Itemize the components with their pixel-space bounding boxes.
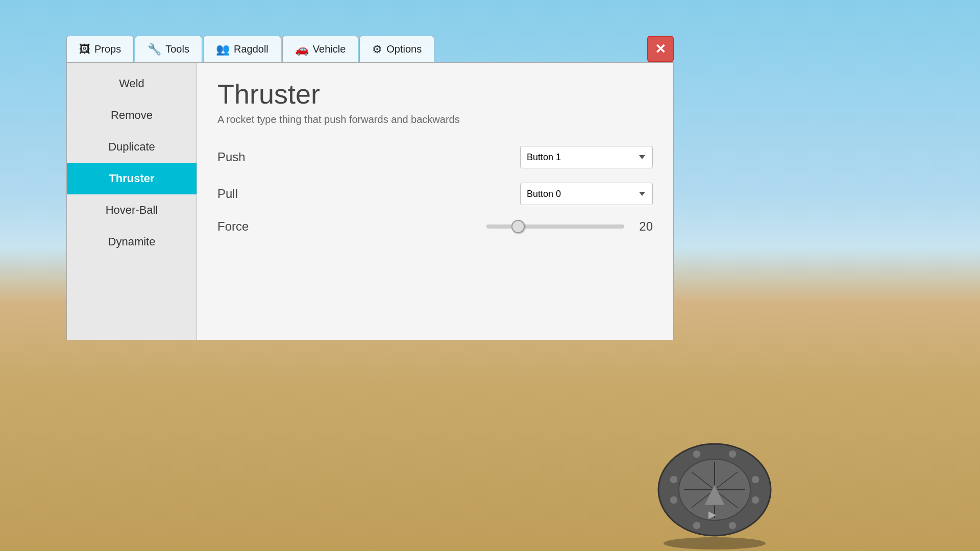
push-control-row: Push Button 0 Button 1 Button 2 Button 3… bbox=[217, 146, 653, 168]
tab-vehicle[interactable]: 🚗 Vehicle bbox=[282, 36, 359, 62]
tab-options[interactable]: ⚙ Options bbox=[359, 36, 434, 62]
tools-icon: 🔧 bbox=[148, 43, 161, 56]
svg-point-7 bbox=[751, 475, 760, 484]
svg-point-6 bbox=[670, 475, 678, 484]
push-dropdown[interactable]: Button 0 Button 1 Button 2 Button 3 Butt… bbox=[520, 146, 653, 168]
sidebar-item-duplicate[interactable]: Duplicate bbox=[67, 131, 197, 163]
content-area: Weld Remove Duplicate Thruster Hover-Bal… bbox=[66, 62, 674, 340]
pull-dropdown-container: Button 0 Button 1 Button 2 Button 3 Butt… bbox=[520, 183, 653, 205]
force-control-row: Force 20 bbox=[217, 219, 653, 234]
svg-text:▶: ▶ bbox=[708, 510, 717, 520]
props-icon: 🖼 bbox=[79, 43, 90, 56]
svg-point-11 bbox=[728, 450, 737, 458]
svg-point-9 bbox=[751, 496, 760, 504]
main-window: 🖼 Props 🔧 Tools 👥 Ragdoll 🚗 Vehicle ⚙ Op… bbox=[66, 36, 674, 357]
svg-point-13 bbox=[728, 521, 737, 530]
tab-vehicle-label: Vehicle bbox=[313, 43, 346, 55]
vehicle-icon: 🚗 bbox=[295, 43, 309, 56]
sidebar-item-weld[interactable]: Weld bbox=[67, 68, 197, 99]
push-label: Push bbox=[217, 150, 320, 164]
force-value: 20 bbox=[632, 219, 653, 234]
ragdoll-icon: 👥 bbox=[216, 43, 230, 56]
sidebar-item-thruster[interactable]: Thruster bbox=[67, 163, 197, 194]
tab-tools-label: Tools bbox=[165, 43, 189, 55]
force-slider[interactable] bbox=[486, 224, 624, 229]
sidebar-item-remove[interactable]: Remove bbox=[67, 99, 197, 131]
sidebar-item-dynamite[interactable]: Dynamite bbox=[67, 226, 197, 258]
tab-ragdoll[interactable]: 👥 Ragdoll bbox=[203, 36, 281, 62]
game-object: ▶ bbox=[618, 388, 812, 551]
sidebar: Weld Remove Duplicate Thruster Hover-Bal… bbox=[67, 63, 197, 340]
panel-description: A rocket type thing that push forwards a… bbox=[217, 114, 653, 126]
tab-props-label: Props bbox=[94, 43, 121, 55]
svg-point-12 bbox=[693, 521, 701, 530]
pull-dropdown[interactable]: Button 0 Button 1 Button 2 Button 3 Butt… bbox=[520, 183, 653, 205]
tab-props[interactable]: 🖼 Props bbox=[66, 36, 134, 62]
svg-point-10 bbox=[693, 450, 701, 458]
tab-options-label: Options bbox=[386, 43, 422, 55]
close-button[interactable]: ✕ bbox=[647, 36, 674, 62]
pull-label: Pull bbox=[217, 187, 320, 201]
svg-point-8 bbox=[670, 496, 678, 504]
sidebar-item-hover-ball[interactable]: Hover-Ball bbox=[67, 194, 197, 226]
svg-point-16 bbox=[664, 537, 766, 549]
force-slider-container: 20 bbox=[486, 219, 653, 234]
right-panel: Thruster A rocket type thing that push f… bbox=[197, 63, 673, 340]
pull-control-row: Pull Button 0 Button 1 Button 2 Button 3… bbox=[217, 183, 653, 205]
force-label: Force bbox=[217, 219, 320, 234]
push-dropdown-container: Button 0 Button 1 Button 2 Button 3 Butt… bbox=[520, 146, 653, 168]
options-icon: ⚙ bbox=[372, 43, 382, 56]
close-icon: ✕ bbox=[655, 41, 666, 57]
tab-ragdoll-label: Ragdoll bbox=[234, 43, 268, 55]
tab-tools[interactable]: 🔧 Tools bbox=[135, 36, 202, 62]
tab-bar: 🖼 Props 🔧 Tools 👥 Ragdoll 🚗 Vehicle ⚙ Op… bbox=[66, 36, 674, 62]
panel-title: Thruster bbox=[217, 78, 653, 110]
